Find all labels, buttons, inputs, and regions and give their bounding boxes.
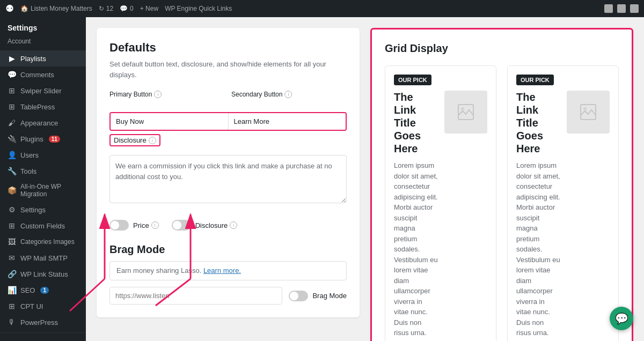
chat-bubble[interactable]: 💬 [610, 307, 633, 330]
price-info-icon[interactable]: i [151, 221, 159, 229]
card-2-title: The Link Title Goes Here [516, 91, 560, 155]
sidebar-label-custom-fields: Custom Fields [20, 222, 65, 230]
wpmail-icon: ✉ [8, 254, 16, 262]
sidebar-label-tablepress: TablePress [20, 103, 55, 111]
card-1-title: The Link Title Goes Here [394, 91, 438, 155]
avatar-2 [617, 4, 626, 13]
disclosure-section: Disclosure i We earn a commission if you… [109, 134, 347, 213]
sidebar-item-tools[interactable]: 🔧 Tools [0, 163, 86, 179]
primary-button-group: Primary Button i [109, 91, 225, 101]
tools-icon: 🔧 [8, 167, 16, 175]
sidebar-label-settings: Settings [20, 206, 46, 214]
sidebar-item-wpmail[interactable]: ✉ WP Mail SMTP [0, 250, 86, 266]
price-toggle[interactable] [109, 220, 129, 231]
brag-title: Brag Mode [109, 243, 347, 256]
sidebar-label-swiper: Swiper Slider [20, 87, 62, 95]
card-2-content: The Link Title Goes Here Lorem ipsum dol… [516, 91, 610, 341]
comments-item[interactable]: 💬 0 [120, 5, 134, 12]
sidebar-item-playlists[interactable]: ▶ Playlists [0, 50, 86, 66]
sidebar-item-cptui[interactable]: ⊞ CPT UI [0, 298, 86, 314]
refresh-icon: ↻ [99, 5, 104, 12]
grid-card-2: Our Pick The Link Title Goes Here Lorem … [507, 65, 619, 341]
sidebar-item-custom-fields[interactable]: ⊞ Custom Fields [0, 218, 86, 234]
panel-desc: Set default button text, disclosure, and… [109, 59, 347, 80]
sidebar-item-appearance[interactable]: 🖌 Appearance [0, 115, 86, 131]
collapse-menu[interactable]: ◀ Collapse menu [0, 335, 86, 341]
playlists-icon: ▶ [8, 54, 16, 63]
disclosure-info-icon[interactable]: i [149, 137, 156, 144]
button-inputs-wrapper [109, 112, 347, 131]
seo-icon: 📊 [8, 286, 16, 294]
sidebar: Settings Account ▶ Playlists 💬 Comments … [0, 17, 86, 341]
card-1-badge: Our Pick [394, 75, 431, 85]
custom-fields-icon: ⊞ [8, 221, 16, 230]
sidebar-label-plugins: Plugins [20, 135, 43, 143]
sidebar-item-categories-images[interactable]: 🖼 Categories Images [0, 234, 86, 250]
primary-button-input[interactable] [111, 113, 228, 130]
brag-url-input[interactable] [109, 287, 282, 305]
sidebar-item-seo[interactable]: 📊 SEO 1 [0, 282, 86, 298]
card-1-desc: Lorem ipsum dolor sit amet, consectetur … [394, 160, 438, 338]
admin-bar: ⚉ 🏠 Listen Money Matters ↻ 12 💬 0 + New … [0, 0, 644, 17]
secondary-info-icon[interactable]: i [284, 91, 292, 98]
disclosure-label: Disclosure i [109, 134, 160, 146]
sidebar-label-categories: Categories Images [20, 238, 75, 246]
chat-icon: 💬 [615, 312, 628, 325]
sidebar-item-tablepress[interactable]: ⊞ TablePress [0, 99, 86, 115]
avatar-3 [630, 4, 639, 13]
disclosure-toggle-info-icon[interactable]: i [230, 221, 237, 229]
sidebar-item-swiper[interactable]: ⊞ Swiper Slider [0, 83, 86, 99]
sidebar-item-comments[interactable]: 💬 Comments [0, 66, 86, 83]
disclosure-textarea[interactable]: We earn a commission if you click this l… [109, 155, 347, 203]
svg-point-3 [583, 107, 587, 110]
primary-info-icon[interactable]: i [154, 91, 162, 98]
sidebar-item-plugins[interactable]: 🔌 Plugins 11 [0, 131, 86, 147]
sidebar-item-aiowp[interactable]: 📦 All-in-One WP Migration [0, 179, 86, 202]
avatar [604, 4, 613, 13]
sidebar-item-settings[interactable]: ⚙ Settings [0, 202, 86, 218]
card-1-text: The Link Title Goes Here Lorem ipsum dol… [394, 91, 438, 341]
card-2-badge: Our Pick [516, 75, 554, 85]
sidebar-subheader: Account [0, 36, 86, 50]
new-button[interactable]: + New [140, 5, 158, 12]
brag-toggle[interactable] [289, 291, 308, 301]
disclosure-toggle[interactable] [172, 220, 191, 231]
sidebar-label-playlists: Playlists [20, 55, 46, 63]
secondary-button-input[interactable] [228, 113, 346, 130]
brag-toggle-item: Brag Mode [289, 291, 347, 301]
wp-logo[interactable]: ⚉ [5, 3, 14, 14]
sidebar-label-users: Users [20, 151, 39, 159]
price-toggle-label: Price i [133, 221, 159, 229]
cptui-icon: ⊞ [8, 302, 16, 310]
toggle-row: Price i Disclosure i [109, 220, 347, 231]
disclosure-label-wrap: Disclosure i [109, 134, 347, 151]
price-toggle-item: Price i [109, 220, 159, 231]
card-1-content: The Link Title Goes Here Lorem ipsum dol… [394, 91, 487, 341]
site-name[interactable]: 🏠 Listen Money Matters [20, 5, 92, 12]
sidebar-item-powerpress[interactable]: 🎙 PowerPress [0, 314, 86, 330]
brag-desc: Earn money sharing Lasso. Learn more. [109, 261, 347, 280]
users-icon: 👤 [8, 151, 16, 159]
brag-toggle-label: Brag Mode [312, 292, 347, 300]
plugins-badge: 11 [49, 136, 60, 143]
primary-button-label: Primary Button i [109, 91, 225, 98]
card-2-image [567, 91, 610, 134]
grid-card-1: Our Pick The Link Title Goes Here Lorem … [385, 65, 496, 341]
refresh-item[interactable]: ↻ 12 [99, 5, 113, 12]
panel-title: Defaults [109, 41, 347, 55]
sidebar-label-seo: SEO [20, 286, 35, 294]
grid-display-panel: Grid Display Our Pick The Link Title Goe… [370, 28, 633, 341]
sidebar-header: Settings [0, 17, 86, 36]
card-2-text: The Link Title Goes Here Lorem ipsum dol… [516, 91, 560, 341]
tablepress-icon: ⊞ [8, 102, 16, 111]
brag-learn-more-link[interactable]: Learn more. [203, 266, 241, 275]
sidebar-label-powerpress: PowerPress [20, 318, 58, 327]
disclosure-toggle-label: Disclosure i [195, 221, 238, 229]
comment-icon: 💬 [120, 5, 128, 12]
sidebar-label-wplink: WP Link Status [20, 270, 68, 278]
sidebar-item-users[interactable]: 👤 Users [0, 147, 86, 163]
quick-links[interactable]: WP Engine Quick Links [165, 5, 232, 12]
settings-panel: Defaults Set default button text, disclo… [97, 28, 360, 317]
sidebar-label-tools: Tools [20, 167, 36, 175]
sidebar-item-wplink[interactable]: 🔗 WP Link Status [0, 266, 86, 282]
